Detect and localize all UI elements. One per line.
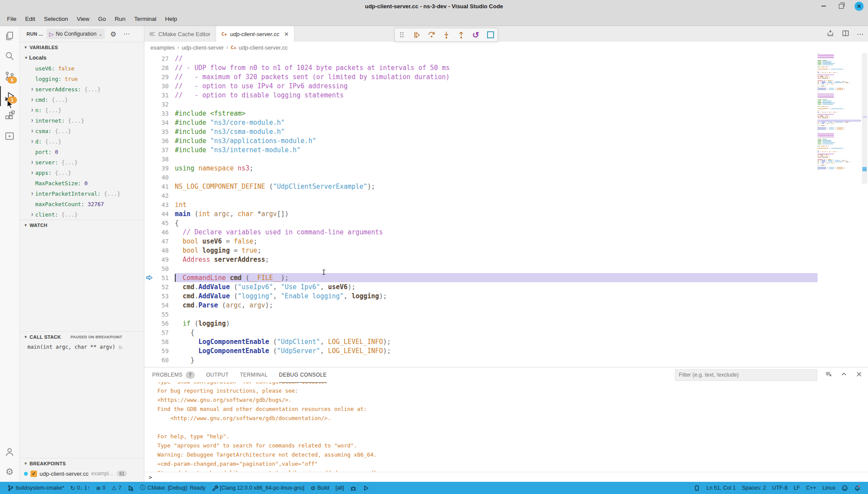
code-line-49[interactable]: 49 Address serverAddress; [144, 255, 868, 264]
minimize-icon[interactable] [820, 2, 828, 10]
code-line-47[interactable]: 47 bool useV6 = false; [144, 237, 868, 246]
variable-apps[interactable]: ❯apps: {...} [20, 167, 144, 178]
code-line-54[interactable]: 54 cmd.Parse (argc, argv); [144, 300, 868, 310]
ellipsis-icon[interactable]: ⋯ [857, 30, 864, 38]
restore-icon[interactable] [837, 2, 845, 10]
panel-tab-terminal[interactable]: TERMINAL [240, 367, 268, 383]
activity-files-icon[interactable] [0, 26, 19, 46]
code-line-58[interactable]: 58 LogComponentEnable ("UdpClient", LOG_… [144, 337, 868, 346]
status-lf[interactable]: LF [791, 482, 803, 494]
ellipsis-icon[interactable]: ⋯ [122, 30, 132, 38]
split-editor-icon[interactable] [841, 29, 850, 39]
console-filter-input[interactable]: Filter (e.g. text, !exclude) [675, 369, 817, 381]
code-line-28[interactable]: 28// - UDP flow from n0 to n1 of 1024 by… [144, 63, 868, 72]
debug-console-output[interactable]: Type "show configuration" for configurat… [144, 382, 868, 472]
activity-settings-gear-icon[interactable]: ⚙ [0, 462, 19, 482]
status-0-1[interactable]: ↻0↓ 1↑ [67, 482, 93, 494]
close-icon[interactable]: ✕ [855, 2, 864, 11]
maximize-panel-icon[interactable] [840, 370, 848, 380]
menu-selection[interactable]: Selection [40, 14, 73, 24]
status-buildsystem-cmake[interactable]: buildsystem-cmake* [4, 482, 67, 494]
status-spaces-2[interactable]: Spaces: 2 [739, 482, 769, 494]
code-line-59[interactable]: 59 LogComponentEnable ("UdpServer", LOG_… [144, 346, 868, 355]
code-line-45[interactable]: 45{ [144, 218, 868, 227]
menu-go[interactable]: Go [94, 14, 110, 24]
code-line-32[interactable]: 32 [144, 100, 868, 109]
panel-tab-problems[interactable]: PROBLEMS7 [152, 367, 195, 383]
code-line-34[interactable]: 34#include "ns3/core-module.h" [144, 118, 868, 127]
status-utf-8[interactable]: UTF-8 [769, 482, 790, 494]
code-line-46[interactable]: 46 // Declare variables used in command-… [144, 227, 868, 237]
tab-udp-client-server-cc[interactable]: C+udp-client-server.cc✕ [216, 26, 294, 42]
panel-tab-output[interactable]: OUTPUT [206, 367, 229, 383]
variable-maxPacketCount[interactable]: maxPacketCount: 32767 [20, 199, 144, 209]
variable-serverAddress[interactable]: ❯serverAddress: {...} [20, 84, 144, 94]
variable-client[interactable]: ❯client: {...} [20, 209, 144, 220]
tab-cmake-cache-editor[interactable]: CMake Cache Editor [144, 26, 216, 42]
menu-edit[interactable]: Edit [21, 14, 40, 24]
run-below-icon[interactable] [826, 29, 835, 39]
variable-interPacketInterval[interactable]: ❯interPacketInterval: {...} [20, 188, 144, 199]
status-device-icon[interactable] [691, 482, 703, 494]
activity-extensions-icon[interactable] [0, 106, 19, 126]
panel-tab-debug-console[interactable]: DEBUG CONSOLE [279, 367, 327, 383]
code-line-38[interactable]: 38 [144, 154, 868, 164]
variable-csma[interactable]: ❯csma: {...} [20, 126, 144, 136]
code-line-31[interactable]: 31// - option to disable logging stateme… [144, 90, 868, 100]
breakpoint-item[interactable]: ✓udp-client-server.ccexampl...51 [20, 469, 144, 478]
restart-icon[interactable]: ↺ [471, 30, 480, 40]
status-0[interactable]: ⊗0 [93, 482, 109, 494]
status-bell-icon[interactable] [851, 482, 864, 494]
status-play-outline-icon[interactable] [360, 482, 372, 494]
breadcrumb-udp-client-server[interactable]: udp-client-server [182, 44, 224, 51]
variable-d[interactable]: ❯d: {...} [20, 136, 144, 147]
step-out-icon[interactable] [457, 30, 465, 40]
call-stack-header[interactable]: ▼ CALL STACK PAUSED ON BREAKPOINT [20, 332, 144, 342]
activity-test-panel-icon[interactable] [0, 126, 19, 146]
code-line-61[interactable]: 61 [144, 364, 868, 367]
status-bug-icon[interactable] [347, 482, 360, 494]
status-linux[interactable]: Linux [819, 482, 838, 494]
status-all[interactable]: [all] [333, 482, 347, 494]
code-line-55[interactable]: 55 [144, 310, 868, 319]
code-line-48[interactable]: 48 bool logging = true; [144, 246, 868, 255]
gear-icon[interactable]: ⚙ [108, 30, 118, 38]
code-line-27[interactable]: 27// [144, 54, 868, 63]
clear-console-icon[interactable] [825, 370, 832, 380]
stack-frame[interactable]: main(int argc, char ** argv)u. [20, 342, 144, 352]
code-line-30[interactable]: 30// - option to use IPv4 or IPv6 addres… [144, 81, 868, 90]
status-clang-12-0-0-x86-64-pc-linux-gnu[interactable]: [Clang 12.0.0 x86_64-pc-linux-gnu] [209, 482, 308, 494]
variable-logging[interactable]: logging: true [20, 73, 144, 84]
minimap[interactable] [818, 53, 861, 188]
variable-n[interactable]: ❯n: {...} [20, 105, 144, 115]
status-debug-status-icon[interactable] [124, 482, 137, 494]
breakpoints-header[interactable]: ▼ BREAKPOINTS [20, 458, 144, 469]
code-line-51[interactable]: 51 CommandLine cmd (__FILE__); [144, 273, 868, 282]
menu-view[interactable]: View [73, 14, 94, 24]
activity-search-icon[interactable] [0, 46, 19, 66]
breadcrumb-udp-client-server-cc[interactable]: C+udp-client-server.cc [230, 44, 287, 51]
code-line-52[interactable]: 52 cmd.AddValue ("useIpv6", "Use Ipv6", … [144, 282, 868, 291]
code-line-60[interactable]: 60 } [144, 355, 868, 364]
code-line-53[interactable]: 53 cmd.AddValue ("logging", "Enable logg… [144, 291, 868, 300]
variables-header[interactable]: ▼ VARIABLES [20, 42, 144, 53]
activity-account-icon[interactable] [0, 442, 19, 462]
stop-icon[interactable] [486, 30, 495, 40]
continue-icon[interactable] [412, 30, 421, 40]
status-build[interactable]: ⚙Build [307, 482, 332, 494]
activity-run-debug-icon[interactable]: 1 [0, 86, 19, 106]
code-line-43[interactable]: 43int [144, 200, 868, 209]
debug-config-dropdown[interactable]: ▷ No Configurations ⌄ [47, 29, 105, 39]
step-over-icon[interactable] [427, 30, 436, 40]
code-line-29[interactable]: 29// - maximum of 320 packets sent (or l… [144, 72, 868, 81]
breadcrumb-examples[interactable]: examples [150, 44, 175, 51]
code-line-39[interactable]: 39using namespace ns3; [144, 164, 868, 173]
code-editor[interactable]: 27//28// - UDP flow from n0 to n1 of 102… [144, 53, 868, 367]
menu-help[interactable]: Help [160, 14, 181, 24]
variable-cmd[interactable]: ❯cmd: {...} [20, 94, 144, 105]
menu-run[interactable]: Run [110, 14, 130, 24]
code-line-50[interactable]: 50 [144, 264, 868, 273]
status-ln-51-col-1[interactable]: Ln 51, Col 1 [703, 482, 738, 494]
code-line-37[interactable]: 37#include "ns3/internet-module.h" [144, 145, 868, 154]
menu-terminal[interactable]: Terminal [130, 14, 160, 24]
